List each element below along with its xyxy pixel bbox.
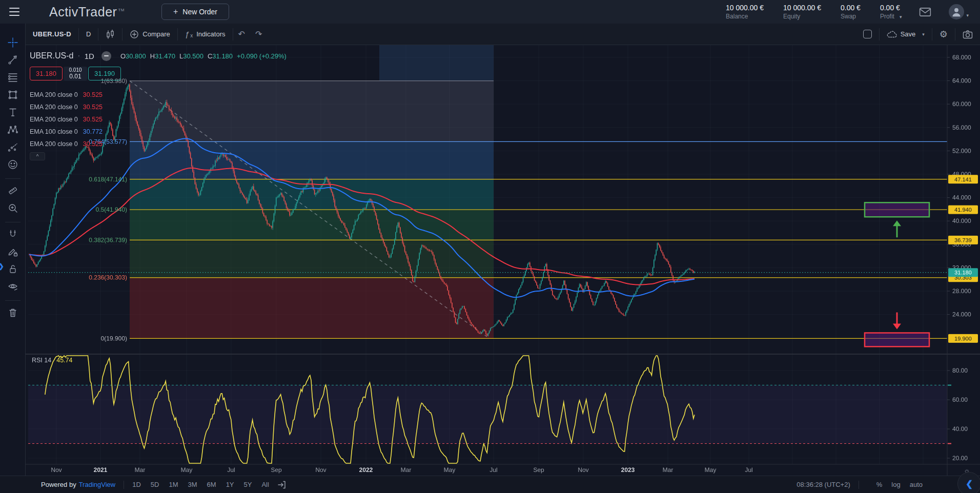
lock-open-icon — [7, 263, 18, 275]
change-value: +0.090 (+0.29%) — [237, 52, 287, 60]
range-1y[interactable]: 1Y — [226, 481, 234, 488]
xabcd-pattern-icon — [7, 124, 18, 135]
eye-icon — [7, 281, 18, 292]
new-order-button[interactable]: + New Order — [161, 4, 229, 20]
spread-display: 0.010 0.01 — [64, 67, 87, 80]
undo-button[interactable]: ↶ — [233, 29, 250, 39]
xabcd-pattern-tool-button[interactable] — [4, 122, 22, 137]
avatar — [949, 4, 964, 19]
ruler-icon — [7, 185, 18, 196]
candles-icon — [106, 29, 115, 39]
chart-legend: UBER.US-d · 1D O30.800 H31.470 L30.500 C… — [30, 49, 287, 160]
shapes-icon — [7, 89, 18, 100]
range-1d[interactable]: 1D — [132, 481, 141, 488]
interval-label: 1D — [85, 52, 94, 60]
buy-ask-button[interactable]: 31.190 — [88, 67, 121, 80]
mail-icon[interactable] — [919, 7, 931, 17]
measure-tool-button[interactable] — [4, 183, 22, 198]
shapes-tool-button[interactable] — [4, 87, 22, 102]
plus-icon: + — [173, 7, 178, 16]
fib-retracement-tool-button[interactable] — [4, 70, 22, 85]
profit-caret-icon[interactable]: ▾ — [900, 14, 902, 19]
sidebar-expander-icon[interactable]: ❯ — [0, 262, 4, 270]
clock-label[interactable]: 08:36:28 (UTC+2) — [797, 481, 850, 488]
square-icon — [863, 30, 872, 38]
app-header: ActivTraderTM + New Order 10 000.00 €Bal… — [0, 0, 980, 24]
quote-buttons: 31.180 0.010 0.01 31.190 — [30, 67, 287, 80]
chart-settings-button[interactable]: ⚙ — [932, 24, 955, 45]
save-caret-icon: ▾ — [922, 32, 925, 37]
compare-plus-icon — [130, 30, 139, 39]
lock-all-tool-button[interactable] — [4, 261, 22, 277]
cloud-icon — [887, 30, 897, 38]
trendline-icon — [7, 54, 18, 66]
range-all[interactable]: All — [261, 481, 269, 488]
log-scale-button[interactable]: log — [891, 481, 900, 488]
zoom-in-tool-button[interactable] — [4, 200, 22, 216]
account-stat: 0.00 €Profit▾ — [880, 4, 902, 20]
magnet-tool-button[interactable] — [4, 227, 22, 242]
minus-icon — [104, 55, 109, 56]
redo-button[interactable]: ↷ — [250, 29, 267, 39]
range-6m[interactable]: 6M — [207, 481, 216, 488]
trendline-tool-button[interactable] — [4, 52, 22, 68]
drawing-lock-tool-button[interactable] — [4, 244, 22, 259]
user-avatar[interactable]: ▾ — [949, 4, 969, 19]
hide-drawings-tool-button[interactable] — [4, 279, 22, 294]
account-stat: 0.00 €Swap — [841, 4, 861, 20]
emoji-icon — [7, 159, 18, 170]
pencil-lock-icon — [7, 246, 18, 257]
collapse-panel-button[interactable]: ❮ — [957, 472, 980, 493]
remove-drawings-tool-button[interactable] — [4, 305, 22, 320]
goto-date-icon — [277, 480, 287, 489]
indicator-row[interactable]: EMA 200 close 030.525 — [30, 113, 287, 126]
drawing-toolbar: ❯ — [0, 24, 26, 476]
trash-icon — [7, 307, 18, 318]
chart-style-button[interactable] — [98, 24, 122, 45]
indicator-row[interactable]: EMA 200 close 030.525 — [30, 101, 287, 113]
hide-series-button[interactable] — [101, 51, 111, 61]
range-5d[interactable]: 5D — [151, 481, 159, 488]
indicator-row[interactable]: EMA 100 close 030.772 — [30, 126, 287, 138]
bottom-bar: Powered by TradingView 1D5D1M3M6M1Y5YAll… — [0, 476, 980, 493]
main-menu-icon[interactable] — [9, 8, 19, 16]
range-3m[interactable]: 3M — [188, 481, 197, 488]
tradingview-link[interactable]: TradingView — [79, 481, 116, 488]
fullscreen-button[interactable] — [856, 24, 879, 45]
avatar-caret-icon: ▾ — [966, 13, 969, 18]
zoom-in-icon — [7, 202, 18, 214]
rsi-legend[interactable]: RSI 14 45.74 — [32, 357, 73, 364]
magnet-icon — [7, 229, 18, 240]
account-stat: 10 000.00 €Equity — [783, 4, 821, 20]
legend-collapse-button[interactable]: ^ — [30, 152, 45, 160]
goto-date-button[interactable] — [277, 480, 287, 489]
account-stat: 10 000.00 €Balance — [726, 4, 764, 20]
sell-bid-button[interactable]: 31.180 — [30, 67, 63, 80]
indicator-row[interactable]: EMA 200 close 030.525 — [30, 138, 287, 150]
compare-button[interactable]: Compare — [122, 24, 177, 45]
range-5y[interactable]: 5Y — [244, 481, 252, 488]
forecast-tool-button[interactable] — [4, 139, 22, 155]
percent-scale-button[interactable]: % — [876, 481, 883, 488]
fib-retracement-icon — [7, 72, 18, 83]
forecast-icon — [7, 141, 18, 153]
text-tool-button[interactable] — [4, 105, 22, 120]
crosshair-icon — [7, 37, 18, 48]
account-stats: 10 000.00 €Balance10 000.00 €Equity0.00 … — [726, 4, 902, 20]
crosshair-tool-button[interactable] — [4, 35, 22, 50]
range-1m[interactable]: 1M — [169, 481, 178, 488]
indicators-button[interactable]: ƒx Indicators — [178, 24, 233, 45]
symbol-button[interactable]: UBER.US-D — [26, 24, 78, 45]
trademark: TM — [118, 8, 125, 12]
text-icon — [7, 107, 18, 118]
symbol-title[interactable]: UBER.US-d — [30, 51, 73, 60]
save-button[interactable]: Save ▾ — [880, 24, 932, 45]
auto-scale-button[interactable]: auto — [910, 481, 923, 488]
date-ranges: 1D5D1M3M6M1Y5YAll — [132, 481, 269, 488]
indicator-row[interactable]: EMA 200 close 030.525 — [30, 89, 287, 101]
powered-by-label: Powered by — [41, 481, 76, 488]
interval-button[interactable]: D — [79, 24, 98, 45]
emoji-tool-button[interactable] — [4, 157, 22, 172]
camera-icon — [963, 30, 973, 39]
screenshot-button[interactable] — [955, 24, 980, 45]
